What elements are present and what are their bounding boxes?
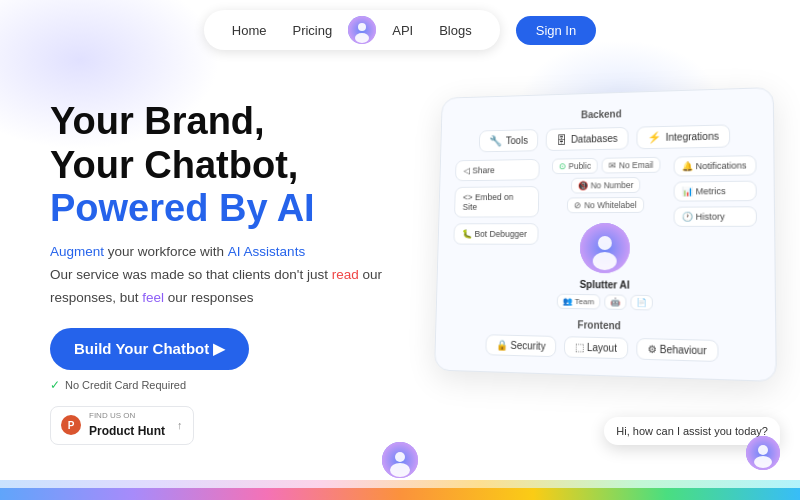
mockup-card: Backend 🔧 Tools 🗄 Databases ⚡ Integratio… <box>434 87 777 382</box>
body-text: Our service was made so that clients don… <box>50 267 332 282</box>
svg-point-7 <box>758 445 768 455</box>
svg-point-1 <box>358 23 366 31</box>
ph-score: ↑ <box>177 419 183 431</box>
bot-options: ⊙ Public ✉ No Email 📵 No Number ⊘ No Whi… <box>547 157 666 214</box>
security-chip: 🔒 Security <box>486 334 557 357</box>
mockup-right-col: 🔔 Notifications 📊 Metrics 🕐 History <box>673 155 757 312</box>
hero-subtitle: Augment your workforce with AI Assistant… <box>50 241 430 310</box>
debug-btn[interactable]: 🐛 Bot Debugger <box>453 223 538 245</box>
chat-avatar-bottom[interactable] <box>746 436 780 470</box>
body-end: our responses <box>164 290 253 305</box>
no-whitelabel-option: ⊘ No Whitelabel <box>567 197 644 213</box>
openai-badge: 🤖 <box>604 294 626 310</box>
bot-name: Splutter AI <box>579 279 629 291</box>
hero-right: Backend 🔧 Tools 🗄 Databases ⚡ Integratio… <box>430 90 790 400</box>
augment-text: Augment <box>50 244 104 259</box>
nav-avatar[interactable] <box>348 16 376 44</box>
subtitle-mid: your workforce with <box>104 244 228 259</box>
tools-label: Tools <box>506 135 528 146</box>
share-btn[interactable]: ◁ Share <box>455 159 540 181</box>
databases-chip: 🗄 Databases <box>546 127 629 151</box>
mockup-center: ⊙ Public ✉ No Email 📵 No Number ⊘ No Whi… <box>545 157 666 311</box>
databases-icon: 🗄 <box>556 134 567 146</box>
nav-blogs-link[interactable]: Blogs <box>429 19 482 42</box>
integrations-icon: ⚡ <box>647 131 661 144</box>
tools-chip: 🔧 Tools <box>479 129 539 152</box>
svg-point-8 <box>754 456 772 468</box>
svg-point-10 <box>395 452 405 462</box>
backend-chips-row: 🔧 Tools 🗄 Databases ⚡ Integrations <box>456 124 757 153</box>
no-email-option: ✉ No Email <box>602 157 661 174</box>
check-icon: ✓ <box>50 378 60 392</box>
signin-button[interactable]: Sign In <box>516 16 596 45</box>
integrations-label: Integrations <box>666 131 719 143</box>
hero-title-line1: Your Brand, <box>50 100 430 144</box>
svg-point-2 <box>355 33 369 43</box>
embed-btn[interactable]: <> Embed on Site <box>454 186 539 218</box>
nav-pricing-link[interactable]: Pricing <box>282 19 342 42</box>
public-option: ⊙ Public <box>552 158 598 174</box>
nav-home-link[interactable]: Home <box>222 19 277 42</box>
frontend-chips-row: 🔒 Security ⬚ Layout ⚙ Behaviour <box>450 333 758 363</box>
frontend-label: Frontend <box>451 317 758 335</box>
no-number-option: 📵 No Number <box>571 177 641 194</box>
ph-text-block: FIND US ON Product Hunt <box>89 412 165 439</box>
tools-icon: 🔧 <box>489 135 502 148</box>
bot-badges: 👥 Team 🤖 📄 <box>557 294 653 311</box>
feel-text: feel <box>142 290 164 305</box>
ai-assistants-text: AI Assistants <box>228 244 305 259</box>
navbar: Home Pricing API Blogs Sign In <box>0 0 800 60</box>
databases-label: Databases <box>571 133 618 145</box>
read-text: read <box>332 267 359 282</box>
layout-chip: ⬚ Layout <box>564 336 628 359</box>
gradient-bar <box>0 488 800 500</box>
product-hunt-badge[interactable]: P FIND US ON Product Hunt ↑ <box>50 406 194 445</box>
docs-badge: 📄 <box>630 295 652 311</box>
mockup-main-area: ◁ Share <> Embed on Site 🐛 Bot Debugger … <box>452 155 758 312</box>
hero-left: Your Brand, Your Chatbot, Powered By AI … <box>50 90 430 445</box>
ph-logo: P <box>61 415 81 435</box>
metrics-chip: 📊 Metrics <box>674 181 757 202</box>
cta-button[interactable]: Build Your Chatbot ▶ <box>50 328 249 370</box>
team-badge: 👥 Team <box>557 294 600 310</box>
no-cc-label: No Credit Card Required <box>65 379 186 391</box>
mockup-left-col: ◁ Share <> Embed on Site 🐛 Bot Debugger <box>452 159 540 308</box>
bot-avatar <box>580 223 630 273</box>
mockup-container: Backend 🔧 Tools 🗄 Databases ⚡ Integratio… <box>430 90 790 400</box>
integrations-chip: ⚡ Integrations <box>636 124 730 149</box>
notifications-chip: 🔔 Notifications <box>674 155 757 176</box>
hero-title-line2: Your Chatbot, <box>50 144 430 188</box>
gradient-bar-lower <box>0 480 800 488</box>
main-content: Your Brand, Your Chatbot, Powered By AI … <box>0 60 800 445</box>
ph-find-on: FIND US ON <box>89 412 165 421</box>
behaviour-chip: ⚙ Behaviour <box>636 338 718 362</box>
frontend-section: Frontend 🔒 Security ⬚ Layout ⚙ Behaviour <box>450 317 758 364</box>
no-cc-notice: ✓ No Credit Card Required <box>50 378 430 392</box>
nav-pill: Home Pricing API Blogs <box>204 10 500 50</box>
svg-point-4 <box>598 236 612 250</box>
footer-avatar <box>382 442 418 478</box>
hero-title-line3: Powered By AI <box>50 187 430 231</box>
backend-label: Backend <box>457 105 757 124</box>
nav-api-link[interactable]: API <box>382 19 423 42</box>
ph-name: Product Hunt <box>89 424 165 438</box>
history-chip: 🕐 History <box>674 206 758 227</box>
svg-point-11 <box>390 463 410 477</box>
